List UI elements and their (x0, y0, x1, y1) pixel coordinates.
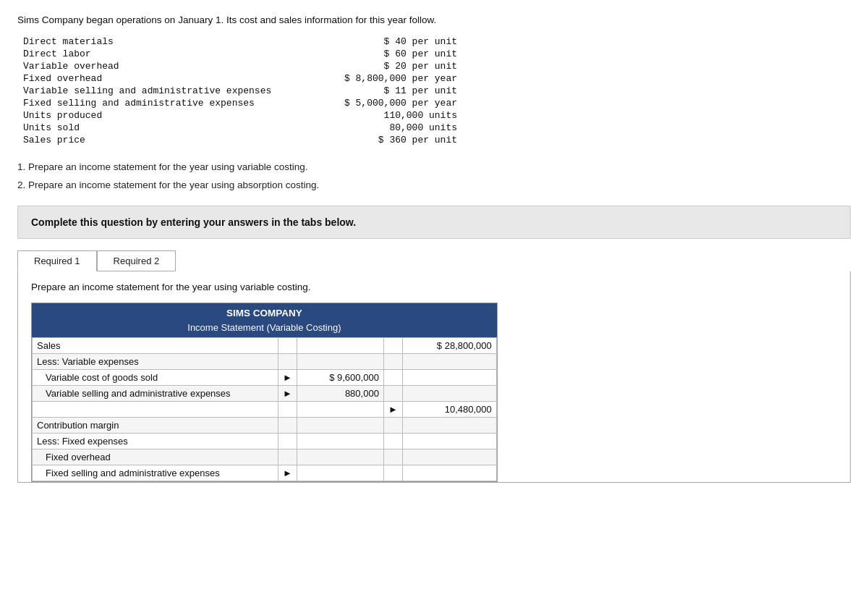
stmt-arrow-right (383, 369, 402, 385)
stmt-arrow-right (383, 433, 402, 449)
statement-row: ► 10,480,000 (33, 401, 497, 417)
cost-label: Sales price (23, 134, 298, 146)
stmt-right[interactable] (402, 449, 496, 465)
instruction-line2: 2. Prepare an income statement for the y… (17, 177, 851, 194)
stmt-desc: Less: Variable expenses (33, 353, 278, 369)
stmt-arrow-mid (278, 337, 297, 353)
statement-row: Fixed selling and administrative expense… (33, 465, 497, 481)
stmt-desc: Less: Fixed expenses (33, 433, 278, 449)
statement-table: Sales $ 28,800,000 Less: Variable expens… (32, 337, 497, 481)
tab-required2[interactable]: Required 2 (97, 250, 176, 271)
stmt-desc: Variable selling and administrative expe… (33, 385, 278, 401)
stmt-mid[interactable] (297, 417, 383, 433)
stmt-right[interactable] (402, 433, 496, 449)
stmt-mid[interactable] (297, 353, 383, 369)
cost-info-row: Units sold 80,000 units (23, 122, 457, 134)
stmt-arrow-right: ► (383, 401, 402, 417)
stmt-desc: Fixed selling and administrative expense… (33, 465, 278, 481)
cost-value: 110,000 units (298, 109, 457, 122)
cost-info-row: Direct labor $ 60 per unit (23, 48, 457, 60)
stmt-arrow-right (383, 465, 402, 481)
stmt-right[interactable]: $ 28,800,000 (402, 337, 496, 353)
stmt-right[interactable] (402, 465, 496, 481)
tabs-row: Required 1 Required 2 (17, 250, 851, 271)
cost-value: $ 11 per unit (298, 85, 457, 97)
cost-label: Fixed selling and administrative expense… (23, 97, 298, 109)
stmt-mid[interactable] (297, 337, 383, 353)
tab-content: Prepare an income statement for the year… (17, 271, 851, 483)
statement-row: Variable cost of goods sold ► $ 9,600,00… (33, 369, 497, 385)
cost-info-row: Fixed selling and administrative expense… (23, 97, 457, 109)
cost-value: 80,000 units (298, 122, 457, 134)
stmt-right[interactable] (402, 385, 496, 401)
stmt-arrow-mid (278, 401, 297, 417)
cost-info-row: Sales price $ 360 per unit (23, 134, 457, 146)
cost-info-row: Units produced 110,000 units (23, 109, 457, 122)
tab-instruction: Prepare an income statement for the year… (31, 282, 837, 292)
stmt-right[interactable]: 10,480,000 (402, 401, 496, 417)
tab-required1[interactable]: Required 1 (17, 250, 97, 271)
stmt-arrow-mid (278, 417, 297, 433)
statement-company: SIMS COMPANY (32, 303, 497, 321)
stmt-mid[interactable]: 880,000 (297, 385, 383, 401)
intro-text: Sims Company began operations on January… (17, 14, 851, 25)
complete-box: Complete this question by entering your … (17, 206, 851, 239)
instructions: 1. Prepare an income statement for the y… (17, 159, 851, 194)
stmt-desc: Variable cost of goods sold (33, 369, 278, 385)
cost-info-row: Fixed overhead $ 8,800,000 per year (23, 72, 457, 85)
instruction-line1: 1. Prepare an income statement for the y… (17, 159, 851, 176)
statement-row: Sales $ 28,800,000 (33, 337, 497, 353)
stmt-mid[interactable] (297, 465, 383, 481)
cost-value: $ 5,000,000 per year (298, 97, 457, 109)
stmt-arrow-mid (278, 433, 297, 449)
stmt-arrow-mid: ► (278, 385, 297, 401)
stmt-desc: Contribution margin (33, 417, 278, 433)
stmt-arrow-right (383, 449, 402, 465)
stmt-arrow-right (383, 385, 402, 401)
stmt-arrow-right (383, 353, 402, 369)
cost-label: Units sold (23, 122, 298, 134)
stmt-right[interactable] (402, 353, 496, 369)
statement-title: Income Statement (Variable Costing) (32, 321, 497, 337)
statement-row: Less: Fixed expenses (33, 433, 497, 449)
cost-value: $ 40 per unit (298, 35, 457, 48)
stmt-mid[interactable] (297, 433, 383, 449)
income-statement: SIMS COMPANY Income Statement (Variable … (31, 303, 498, 482)
stmt-mid[interactable] (297, 401, 383, 417)
stmt-arrow-right (383, 417, 402, 433)
stmt-desc (33, 401, 278, 417)
stmt-desc: Fixed overhead (33, 449, 278, 465)
cost-value: $ 60 per unit (298, 48, 457, 60)
cost-label: Units produced (23, 109, 298, 122)
cost-value: $ 20 per unit (298, 60, 457, 72)
stmt-mid[interactable]: $ 9,600,000 (297, 369, 383, 385)
stmt-arrow-mid (278, 353, 297, 369)
stmt-right[interactable] (402, 417, 496, 433)
stmt-desc: Sales (33, 337, 278, 353)
stmt-arrow-mid: ► (278, 465, 297, 481)
cost-label: Direct materials (23, 35, 298, 48)
cost-info-table: Direct materials $ 40 per unit Direct la… (23, 35, 851, 146)
cost-label: Variable overhead (23, 60, 298, 72)
stmt-arrow-right (383, 337, 402, 353)
cost-value: $ 8,800,000 per year (298, 72, 457, 85)
statement-row: Fixed overhead (33, 449, 497, 465)
cost-label: Direct labor (23, 48, 298, 60)
cost-label: Variable selling and administrative expe… (23, 85, 298, 97)
cost-label: Fixed overhead (23, 72, 298, 85)
stmt-arrow-mid: ► (278, 369, 297, 385)
stmt-arrow-mid (278, 449, 297, 465)
statement-row: Variable selling and administrative expe… (33, 385, 497, 401)
cost-info-row: Variable selling and administrative expe… (23, 85, 457, 97)
cost-info-row: Direct materials $ 40 per unit (23, 35, 457, 48)
cost-info-row: Variable overhead $ 20 per unit (23, 60, 457, 72)
statement-row: Contribution margin (33, 417, 497, 433)
stmt-mid[interactable] (297, 449, 383, 465)
cost-value: $ 360 per unit (298, 134, 457, 146)
statement-row: Less: Variable expenses (33, 353, 497, 369)
stmt-right[interactable] (402, 369, 496, 385)
